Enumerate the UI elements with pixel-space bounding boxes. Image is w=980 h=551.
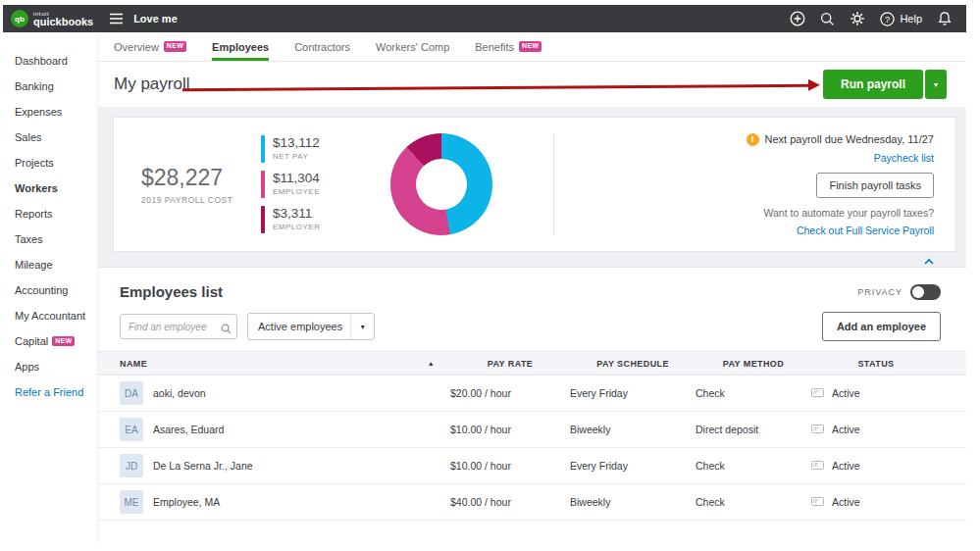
payroll-donut-chart <box>390 133 492 235</box>
chevron-down-icon: ▼ <box>350 314 374 339</box>
sidebar-item-refer-a-friend[interactable]: Refer a Friend <box>3 379 97 405</box>
sidebar-item-apps[interactable]: Apps <box>3 354 97 379</box>
notifications-bell-icon[interactable] <box>937 11 953 26</box>
quickbooks-logo-icon: qb <box>11 10 28 27</box>
employee-filter-dropdown[interactable]: Active employees ▼ <box>247 313 375 340</box>
toggle-knob <box>912 286 924 298</box>
employee-row[interactable]: EA Asares, Eduard $10.00 / hour Biweekly… <box>98 412 966 448</box>
employee-row[interactable]: ME Employee, MA $40.00 / hour Biweekly C… <box>98 484 966 521</box>
tab-benefits[interactable]: Benefits NEW <box>475 32 542 61</box>
employees-list-panel: Employees list PRIVACY <box>98 267 966 544</box>
sidebar-item-workers[interactable]: Workers <box>3 175 97 201</box>
tab-contractors[interactable]: Contractors <box>294 32 350 61</box>
employee-name[interactable]: Asares, Eduard <box>153 424 224 435</box>
svg-text:?: ? <box>885 14 890 24</box>
create-plus-icon[interactable] <box>790 11 805 26</box>
help-button[interactable]: ? Help <box>880 12 922 26</box>
payroll-legend: $13,112 NET PAY $11,304 EMPLOYEE <box>261 135 379 233</box>
status-badge: Active <box>832 387 860 399</box>
column-header-name[interactable]: NAME ▲ <box>120 359 450 369</box>
paycheck-icon[interactable] <box>811 496 824 509</box>
sidebar-item-my-accountant[interactable]: My Accountant <box>3 303 97 328</box>
new-badge: NEW <box>52 336 75 346</box>
pay-rate: $10.00 / hour <box>450 460 570 472</box>
sidebar-item-projects[interactable]: Projects <box>3 150 97 175</box>
pay-rate: $20.00 / hour <box>450 387 570 399</box>
page-header: My payroll Run payroll ▼ <box>98 62 966 107</box>
search-icon <box>221 321 232 338</box>
paycheck-icon[interactable] <box>811 424 824 436</box>
tab-overview[interactable]: Overview NEW <box>114 32 186 61</box>
avatar: JD <box>120 454 143 477</box>
warning-icon: ! <box>747 133 759 146</box>
sidebar-item-reports[interactable]: Reports <box>3 201 97 226</box>
avatar: ME <box>120 490 143 514</box>
employee-row[interactable]: DA aoki, devon $20.00 / hour Every Frida… <box>98 376 966 412</box>
tab-employees[interactable]: Employees <box>212 32 269 61</box>
status-badge: Active <box>832 460 860 472</box>
payroll-info-block: ! Next payroll due Wednesday, 11/27 Payc… <box>554 133 955 236</box>
sidebar-item-mileage[interactable]: Mileage <box>3 252 97 277</box>
new-badge: NEW <box>519 41 542 51</box>
sidebar-item-taxes[interactable]: Taxes <box>3 226 97 252</box>
privacy-toggle[interactable] <box>910 284 941 300</box>
annotation-arrow-shaft <box>182 84 808 91</box>
column-header-pay-rate[interactable]: PAY RATE <box>450 359 570 369</box>
column-header-status[interactable]: STATUS <box>811 359 941 369</box>
sort-asc-icon[interactable]: ▲ <box>428 360 435 367</box>
employee-name[interactable]: aoki, devon <box>153 387 206 399</box>
help-label: Help <box>900 13 922 25</box>
annotation-arrow <box>182 79 820 96</box>
column-header-pay-schedule[interactable]: PAY SCHEDULE <box>570 359 696 369</box>
full-service-payroll-link[interactable]: Check out Full Service Payroll <box>797 225 934 236</box>
paycheck-list-link[interactable]: Paycheck list <box>874 152 934 164</box>
status-badge: Active <box>832 424 860 435</box>
page-title: My payroll <box>114 75 189 94</box>
privacy-control: PRIVACY <box>857 284 941 300</box>
pay-schedule: Biweekly <box>570 496 696 508</box>
employee-name[interactable]: De La Serna Jr., Jane <box>153 460 253 472</box>
legend-color-bar <box>261 206 265 233</box>
privacy-label: PRIVACY <box>857 287 903 297</box>
pay-method: Check <box>696 460 811 472</box>
employee-search-input[interactable] <box>120 314 237 339</box>
sidebar-item-sales[interactable]: Sales <box>3 125 97 150</box>
employee-search <box>120 314 237 339</box>
run-payroll-dropdown-button[interactable]: ▼ <box>925 70 947 99</box>
pay-rate: $40.00 / hour <box>450 496 570 508</box>
sidebar-item-dashboard[interactable]: Dashboard <box>3 48 97 74</box>
employees-list-title: Employees list <box>120 283 223 300</box>
avatar: DA <box>120 381 143 405</box>
add-employee-button[interactable]: Add an employee <box>822 312 941 341</box>
column-header-pay-method[interactable]: PAY METHOD <box>696 359 811 369</box>
paycheck-icon[interactable] <box>811 460 824 473</box>
legend-color-bar <box>261 135 265 163</box>
payroll-cost-stat: $28,227 2019 PAYROLL COST <box>114 165 261 205</box>
search-icon[interactable] <box>820 12 835 26</box>
pay-rate: $10.00 / hour <box>450 424 570 435</box>
quickbooks-logo[interactable]: qb intuit quickbooks <box>11 10 93 27</box>
sidebar-item-banking[interactable]: Banking <box>3 74 97 99</box>
payroll-cost-label: 2019 PAYROLL COST <box>141 195 261 205</box>
company-name[interactable]: Love me <box>133 13 178 25</box>
pay-method: Direct deposit <box>696 424 811 435</box>
employee-name[interactable]: Employee, MA <box>153 496 220 508</box>
sidebar-item-expenses[interactable]: Expenses <box>3 99 97 125</box>
employee-row[interactable]: JD De La Serna Jr., Jane $10.00 / hour E… <box>98 448 966 484</box>
sidebar: Dashboard Banking Expenses Sales Project… <box>3 32 98 544</box>
sidebar-item-accounting[interactable]: Accounting <box>3 277 97 303</box>
finish-payroll-tasks-button[interactable]: Finish payroll tasks <box>816 173 934 198</box>
gear-icon[interactable] <box>850 11 865 26</box>
run-payroll-split-button: Run payroll ▼ <box>823 70 947 99</box>
tab-workers-comp[interactable]: Workers' Comp <box>376 32 449 61</box>
pay-method: Check <box>696 496 811 508</box>
brand-quickbooks: quickbooks <box>33 17 93 27</box>
run-payroll-button[interactable]: Run payroll <box>823 70 923 99</box>
payroll-donut-hole <box>416 159 467 210</box>
sidebar-item-capital[interactable]: Capital NEW <box>3 328 97 354</box>
new-badge: NEW <box>164 41 186 51</box>
hamburger-menu-icon[interactable] <box>109 13 124 25</box>
paycheck-icon[interactable] <box>811 387 824 400</box>
automate-question: Want to automate your payroll taxes? <box>763 207 934 219</box>
pay-schedule: Biweekly <box>570 424 696 435</box>
